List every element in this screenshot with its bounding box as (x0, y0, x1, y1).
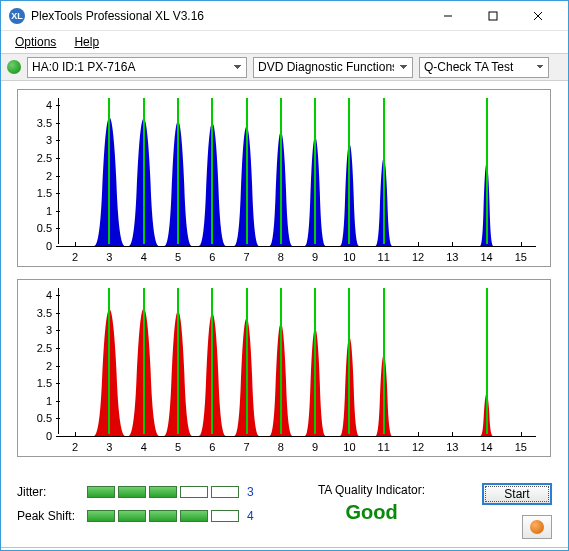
bar-segment (149, 510, 177, 522)
test-select[interactable]: Q-Check TA Test (419, 57, 549, 78)
bar-segment (118, 486, 146, 498)
jitter-value: 3 (247, 485, 261, 499)
start-button[interactable]: Start (482, 483, 552, 505)
titlebar: XL PlexTools Professional XL V3.16 (1, 1, 568, 31)
jitter-bars (87, 486, 239, 498)
maximize-button[interactable] (470, 2, 515, 30)
bar-segment (118, 510, 146, 522)
minimize-button[interactable] (425, 2, 470, 30)
maximize-icon (488, 11, 498, 21)
window-title: PlexTools Professional XL V3.16 (31, 9, 425, 23)
settings-button[interactable] (522, 515, 552, 539)
menubar: Options Help (1, 31, 568, 53)
bar-segment (87, 510, 115, 522)
bar-segment (211, 486, 239, 498)
actions: Start (482, 477, 552, 539)
jitter-label: Jitter: (17, 485, 79, 499)
close-icon (533, 11, 543, 21)
menu-help[interactable]: Help (66, 33, 107, 51)
chart-top: 00.511.522.533.5423456789101112131415 (17, 89, 551, 267)
drive-select[interactable]: HA:0 ID:1 PX-716A (27, 57, 247, 78)
content-area: 00.511.522.533.5423456789101112131415 00… (1, 81, 568, 473)
metric-peakshift: Peak Shift: 4 (17, 509, 261, 523)
app-icon: XL (9, 8, 25, 24)
status-bar: Ready (1, 547, 568, 551)
drive-status-icon (7, 60, 21, 74)
metric-jitter: Jitter: 3 (17, 485, 261, 499)
bar-segment (180, 486, 208, 498)
peakshift-bars (87, 510, 239, 522)
peakshift-label: Peak Shift: (17, 509, 79, 523)
menu-options[interactable]: Options (7, 33, 64, 51)
bar-segment (211, 510, 239, 522)
close-button[interactable] (515, 2, 560, 30)
quality-indicator: TA Quality Indicator: Good (261, 477, 482, 524)
peakshift-value: 4 (247, 509, 261, 523)
bar-segment (87, 486, 115, 498)
function-select[interactable]: DVD Diagnostic Functions (253, 57, 413, 78)
chart-bottom: 00.511.522.533.5423456789101112131415 (17, 279, 551, 457)
svg-rect-1 (489, 12, 497, 20)
quality-value: Good (345, 501, 397, 524)
minimize-icon (443, 11, 453, 21)
bar-segment (149, 486, 177, 498)
bottom-panel: Jitter: 3 Peak Shift: 4 TA Quality Indic… (1, 473, 568, 547)
quality-label: TA Quality Indicator: (318, 483, 425, 497)
bar-segment (180, 510, 208, 522)
metrics: Jitter: 3 Peak Shift: 4 (17, 477, 261, 523)
toolbar: HA:0 ID:1 PX-716A DVD Diagnostic Functio… (1, 53, 568, 81)
gear-icon (530, 520, 544, 534)
